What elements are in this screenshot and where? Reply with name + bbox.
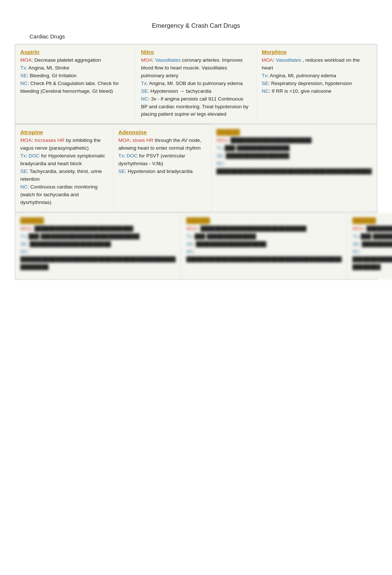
drug-line-nc: NC: Continuous cardiac monitoring (watch… — [20, 183, 108, 207]
section-title: Cardiac Drugs — [30, 33, 377, 40]
drug-line-se: SE: Respiratory depression, hypotension — [262, 80, 372, 88]
drug-line-se: SE: Tachycardia, anxiety, thirst, urine … — [20, 168, 108, 183]
drug-line-tx: Tx: Angina, MI, pulmonary edema — [262, 72, 372, 80]
drug-name: Nitro — [141, 49, 251, 55]
drug-line-tx: Tx: DOC for PSVT (ventricular dysrhythmi… — [118, 152, 206, 168]
drug-row-1: AtropineMOA: Increases HR by inhibiting … — [15, 124, 377, 212]
drug-cell: ██████MOA: █████████████████████████████… — [181, 213, 347, 279]
drug-line-moa: MOA: ██████████████████████████████ — [186, 225, 342, 233]
drug-line-tx: Tx: Angina, MI. SOB due to pulmonary ede… — [141, 80, 251, 88]
drug-line-moa: MOA: ████████████████████████████ — [20, 225, 176, 233]
drug-line-nc: NC: ████████████████████████████████████… — [353, 248, 392, 271]
drug-line-moa: MOA: Increases HR by inhibiting the vagu… — [20, 137, 108, 152]
drug-row-0: AspirinMOA: Decrease platelet aggregatio… — [15, 44, 377, 124]
drug-line-nc: NC: Check Plt & Coagulation labs. Check … — [20, 80, 130, 95]
drug-line-tx: Tx: ███ ███████████████ — [216, 144, 372, 152]
drug-line-moa: MOA: ████████████████████████ — [353, 225, 392, 233]
drug-name: Adenosine — [118, 129, 206, 135]
drug-line-moa: MOA: Vasodilates , reduces workload on t… — [262, 57, 372, 72]
drug-line-se: SE: ████████████████ — [353, 241, 392, 248]
drug-line-se: SE: Bleeding, GI Irritation — [20, 72, 130, 80]
page-title: Emergency & Crash Cart Drugs — [15, 22, 377, 30]
drug-line-nc: NC: If RR is <10, give naloxone — [262, 88, 372, 95]
drug-name: ██████ — [186, 217, 342, 224]
drug-line-se: SE: ███████████████████████ — [20, 241, 176, 248]
drug-line-tx: Tx: DOC for Hypotensive symptomatic brad… — [20, 152, 108, 168]
drug-name: Aspirin — [20, 49, 130, 55]
drug-line-moa: MOA: Decrease platelet aggregation — [20, 57, 130, 64]
drug-cell: AtropineMOA: Increases HR by inhibiting … — [15, 125, 113, 211]
drug-line-se: SE: ██████████████████ — [216, 152, 372, 160]
drug-line-moa: MOA: ███████████████████████ — [216, 137, 372, 144]
drug-line-tx: Tx: ███ ████████████████████████████ — [20, 233, 176, 241]
drug-name: ██████ — [353, 217, 392, 224]
drug-cell: ██████MOA: ████████████████████████████T… — [15, 213, 181, 279]
drug-line-moa: MOA: slows HR through the AV node, allow… — [118, 137, 206, 152]
drug-cell: AspirinMOA: Decrease platelet aggregatio… — [15, 44, 135, 123]
drug-line-nc: NC: ████████████████████████████████████… — [216, 160, 372, 176]
drug-cell: AdenosineMOA: slows HR through the AV no… — [113, 125, 211, 211]
drug-line-tx: Tx: ███ ███████████████████████ — [353, 233, 392, 241]
drug-line-nc: NC: 3x - if angina persists call 911 Con… — [141, 95, 251, 119]
drug-line-nc: NC: ████████████████████████████████████… — [20, 248, 176, 271]
drug-name: ██████ — [216, 129, 372, 135]
drug-name: ██████ — [20, 217, 176, 224]
drug-name: Atropine — [20, 129, 108, 135]
drug-row-2: ██████MOA: ████████████████████████████T… — [15, 212, 377, 280]
drug-cell: NitroMOA: Vasodilates coronary arteries.… — [136, 44, 256, 123]
drug-cell: ██████MOA: ████████████████████████Tx: █… — [347, 213, 392, 279]
drug-line-tx: Tx: Angina, MI, Stroke — [20, 64, 130, 72]
drug-line-se: SE: Hypotension and bradycardia — [118, 168, 206, 176]
drug-line-nc: NC: ████████████████████████████████████… — [186, 248, 342, 263]
drug-line-se: SE: ████████████████████ — [186, 241, 342, 248]
drug-line-tx: Tx: ███ ██████████████ — [186, 233, 342, 241]
drug-line-se: SE: Hypotension → tachycardia — [141, 88, 251, 95]
drug-name: Morphine — [262, 49, 372, 55]
drug-cell: MorphineMOA: Vasodilates , reduces workl… — [257, 44, 377, 123]
drug-line-moa: MOA: Vasodilates coronary arteries. Impr… — [141, 57, 251, 80]
drug-cell: ██████MOA: ███████████████████████Tx: ██… — [211, 125, 377, 211]
